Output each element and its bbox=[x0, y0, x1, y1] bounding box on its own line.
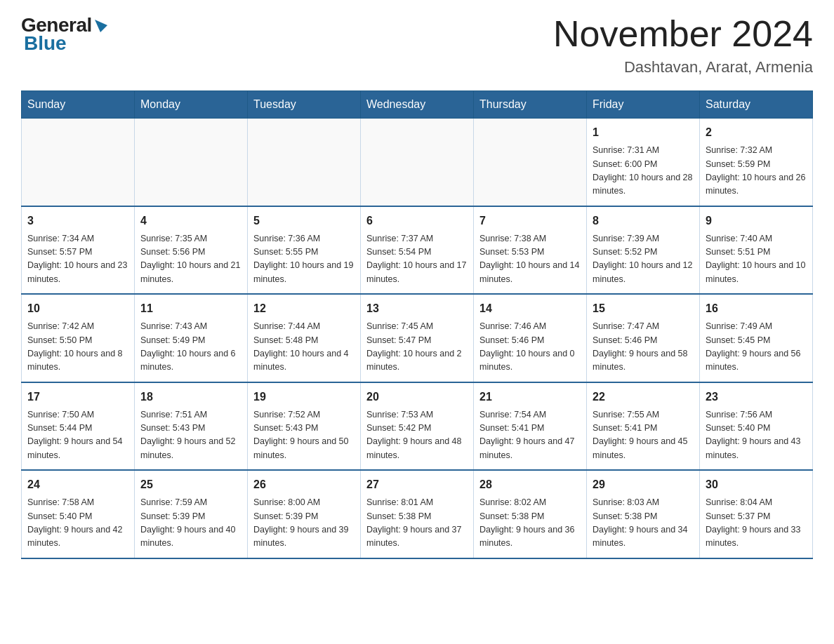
calendar-day-cell: 23Sunrise: 7:56 AM Sunset: 5:40 PM Dayli… bbox=[700, 382, 813, 471]
day-number: 10 bbox=[27, 300, 128, 317]
logo-triangle-icon bbox=[93, 18, 109, 34]
day-info: Sunrise: 7:35 AM Sunset: 5:56 PM Dayligh… bbox=[140, 232, 241, 287]
calendar-day-cell: 11Sunrise: 7:43 AM Sunset: 5:49 PM Dayli… bbox=[135, 294, 248, 382]
day-number: 23 bbox=[706, 389, 807, 405]
day-number: 1 bbox=[593, 124, 694, 141]
calendar-day-header: Sunday bbox=[22, 91, 135, 119]
day-number: 29 bbox=[593, 476, 694, 493]
calendar-week-row: 1Sunrise: 7:31 AM Sunset: 6:00 PM Daylig… bbox=[22, 119, 813, 206]
day-info: Sunrise: 7:36 AM Sunset: 5:55 PM Dayligh… bbox=[253, 232, 355, 287]
calendar-day-cell bbox=[474, 119, 587, 206]
day-info: Sunrise: 7:34 AM Sunset: 5:57 PM Dayligh… bbox=[27, 232, 128, 287]
day-number: 27 bbox=[366, 476, 468, 493]
svg-marker-0 bbox=[95, 20, 107, 32]
calendar-day-cell: 3Sunrise: 7:34 AM Sunset: 5:57 PM Daylig… bbox=[22, 206, 135, 295]
calendar-day-cell: 27Sunrise: 8:01 AM Sunset: 5:38 PM Dayli… bbox=[361, 470, 474, 558]
day-number: 26 bbox=[253, 476, 355, 493]
day-info: Sunrise: 7:49 AM Sunset: 5:45 PM Dayligh… bbox=[706, 320, 807, 375]
calendar-day-cell: 4Sunrise: 7:35 AM Sunset: 5:56 PM Daylig… bbox=[135, 206, 248, 295]
calendar-day-header: Friday bbox=[587, 91, 700, 119]
day-info: Sunrise: 7:56 AM Sunset: 5:40 PM Dayligh… bbox=[706, 408, 807, 463]
calendar-day-cell: 28Sunrise: 8:02 AM Sunset: 5:38 PM Dayli… bbox=[474, 470, 587, 558]
day-info: Sunrise: 8:03 AM Sunset: 5:38 PM Dayligh… bbox=[593, 496, 694, 551]
day-number: 17 bbox=[27, 389, 128, 405]
calendar-day-cell: 22Sunrise: 7:55 AM Sunset: 5:41 PM Dayli… bbox=[587, 382, 700, 471]
day-number: 15 bbox=[593, 300, 694, 317]
calendar-day-cell: 1Sunrise: 7:31 AM Sunset: 6:00 PM Daylig… bbox=[587, 119, 700, 206]
day-number: 6 bbox=[366, 213, 468, 229]
title-block: November 2024 Dashtavan, Ararat, Armenia bbox=[553, 14, 813, 76]
day-info: Sunrise: 7:59 AM Sunset: 5:39 PM Dayligh… bbox=[140, 496, 241, 551]
day-number: 11 bbox=[140, 300, 241, 317]
day-number: 9 bbox=[706, 213, 807, 229]
day-number: 19 bbox=[253, 389, 355, 405]
calendar-week-row: 17Sunrise: 7:50 AM Sunset: 5:44 PM Dayli… bbox=[22, 382, 813, 471]
day-info: Sunrise: 7:43 AM Sunset: 5:49 PM Dayligh… bbox=[140, 320, 241, 375]
main-title: November 2024 bbox=[553, 14, 813, 54]
calendar-day-cell: 8Sunrise: 7:39 AM Sunset: 5:52 PM Daylig… bbox=[587, 206, 700, 295]
day-info: Sunrise: 7:44 AM Sunset: 5:48 PM Dayligh… bbox=[253, 320, 355, 375]
day-info: Sunrise: 8:01 AM Sunset: 5:38 PM Dayligh… bbox=[366, 496, 468, 551]
calendar-day-cell: 29Sunrise: 8:03 AM Sunset: 5:38 PM Dayli… bbox=[587, 470, 700, 558]
calendar-day-cell: 17Sunrise: 7:50 AM Sunset: 5:44 PM Dayli… bbox=[22, 382, 135, 471]
day-number: 3 bbox=[27, 213, 128, 229]
day-info: Sunrise: 7:45 AM Sunset: 5:47 PM Dayligh… bbox=[366, 320, 468, 375]
day-info: Sunrise: 8:00 AM Sunset: 5:39 PM Dayligh… bbox=[253, 496, 355, 551]
calendar-table: SundayMondayTuesdayWednesdayThursdayFrid… bbox=[21, 90, 813, 559]
calendar-day-cell: 10Sunrise: 7:42 AM Sunset: 5:50 PM Dayli… bbox=[22, 294, 135, 382]
day-number: 21 bbox=[479, 389, 581, 405]
day-number: 28 bbox=[479, 476, 581, 493]
calendar-day-cell: 25Sunrise: 7:59 AM Sunset: 5:39 PM Dayli… bbox=[135, 470, 248, 558]
day-info: Sunrise: 7:51 AM Sunset: 5:43 PM Dayligh… bbox=[140, 408, 241, 463]
day-number: 4 bbox=[140, 213, 241, 229]
day-number: 13 bbox=[366, 300, 468, 317]
calendar-day-header: Monday bbox=[135, 91, 248, 119]
calendar-day-cell: 2Sunrise: 7:32 AM Sunset: 5:59 PM Daylig… bbox=[700, 119, 813, 206]
day-info: Sunrise: 8:02 AM Sunset: 5:38 PM Dayligh… bbox=[479, 496, 581, 551]
day-number: 8 bbox=[593, 213, 694, 229]
calendar-week-row: 10Sunrise: 7:42 AM Sunset: 5:50 PM Dayli… bbox=[22, 294, 813, 382]
calendar-day-header: Saturday bbox=[700, 91, 813, 119]
day-number: 30 bbox=[706, 476, 807, 493]
calendar-day-cell bbox=[361, 119, 474, 206]
calendar-week-row: 24Sunrise: 7:58 AM Sunset: 5:40 PM Dayli… bbox=[22, 470, 813, 558]
calendar-day-cell: 13Sunrise: 7:45 AM Sunset: 5:47 PM Dayli… bbox=[361, 294, 474, 382]
day-info: Sunrise: 7:58 AM Sunset: 5:40 PM Dayligh… bbox=[27, 496, 128, 551]
calendar-day-cell: 18Sunrise: 7:51 AM Sunset: 5:43 PM Dayli… bbox=[135, 382, 248, 471]
day-info: Sunrise: 7:40 AM Sunset: 5:51 PM Dayligh… bbox=[706, 232, 807, 287]
day-number: 5 bbox=[253, 213, 355, 229]
day-info: Sunrise: 7:46 AM Sunset: 5:46 PM Dayligh… bbox=[479, 320, 581, 375]
calendar-day-header: Wednesday bbox=[361, 91, 474, 119]
day-number: 7 bbox=[479, 213, 581, 229]
day-info: Sunrise: 7:47 AM Sunset: 5:46 PM Dayligh… bbox=[593, 320, 694, 375]
logo: General Blue bbox=[21, 14, 109, 55]
calendar-day-cell: 6Sunrise: 7:37 AM Sunset: 5:54 PM Daylig… bbox=[361, 206, 474, 295]
logo-blue-text: Blue bbox=[24, 32, 67, 55]
calendar-day-cell bbox=[135, 119, 248, 206]
day-info: Sunrise: 7:53 AM Sunset: 5:42 PM Dayligh… bbox=[366, 408, 468, 463]
calendar-day-cell: 30Sunrise: 8:04 AM Sunset: 5:37 PM Dayli… bbox=[700, 470, 813, 558]
subtitle: Dashtavan, Ararat, Armenia bbox=[553, 58, 813, 76]
calendar-day-cell: 12Sunrise: 7:44 AM Sunset: 5:48 PM Dayli… bbox=[248, 294, 361, 382]
day-number: 16 bbox=[706, 300, 807, 317]
day-number: 22 bbox=[593, 389, 694, 405]
calendar-header-row: SundayMondayTuesdayWednesdayThursdayFrid… bbox=[22, 91, 813, 119]
day-number: 25 bbox=[140, 476, 241, 493]
day-info: Sunrise: 7:39 AM Sunset: 5:52 PM Dayligh… bbox=[593, 232, 694, 287]
calendar-day-cell: 24Sunrise: 7:58 AM Sunset: 5:40 PM Dayli… bbox=[22, 470, 135, 558]
calendar-day-header: Thursday bbox=[474, 91, 587, 119]
calendar-day-cell: 15Sunrise: 7:47 AM Sunset: 5:46 PM Dayli… bbox=[587, 294, 700, 382]
day-info: Sunrise: 7:37 AM Sunset: 5:54 PM Dayligh… bbox=[366, 232, 468, 287]
calendar-day-cell: 16Sunrise: 7:49 AM Sunset: 5:45 PM Dayli… bbox=[700, 294, 813, 382]
day-info: Sunrise: 7:54 AM Sunset: 5:41 PM Dayligh… bbox=[479, 408, 581, 463]
day-info: Sunrise: 7:31 AM Sunset: 6:00 PM Dayligh… bbox=[593, 144, 694, 199]
calendar-day-cell: 21Sunrise: 7:54 AM Sunset: 5:41 PM Dayli… bbox=[474, 382, 587, 471]
page-header: General Blue November 2024 Dashtavan, Ar… bbox=[21, 14, 813, 76]
day-info: Sunrise: 7:42 AM Sunset: 5:50 PM Dayligh… bbox=[27, 320, 128, 375]
day-number: 12 bbox=[253, 300, 355, 317]
calendar-day-cell: 5Sunrise: 7:36 AM Sunset: 5:55 PM Daylig… bbox=[248, 206, 361, 295]
calendar-day-cell: 9Sunrise: 7:40 AM Sunset: 5:51 PM Daylig… bbox=[700, 206, 813, 295]
calendar-day-cell: 20Sunrise: 7:53 AM Sunset: 5:42 PM Dayli… bbox=[361, 382, 474, 471]
day-info: Sunrise: 8:04 AM Sunset: 5:37 PM Dayligh… bbox=[706, 496, 807, 551]
day-info: Sunrise: 7:50 AM Sunset: 5:44 PM Dayligh… bbox=[27, 408, 128, 463]
